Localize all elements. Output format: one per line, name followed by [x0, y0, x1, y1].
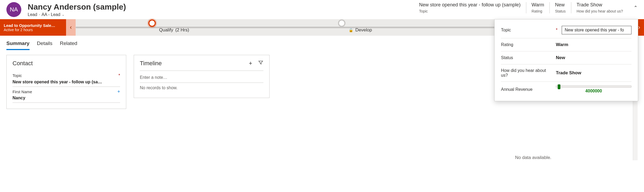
- tab-related[interactable]: Related: [60, 40, 78, 50]
- flyout-label: Status: [501, 55, 552, 60]
- header-field-label: Topic: [419, 9, 520, 13]
- flyout-label: Topic: [501, 28, 511, 32]
- flyout-label: How did you hear about us?: [501, 68, 552, 78]
- recommended-icon: +: [117, 90, 120, 93]
- timeline-card: Timeline + Enter a note… No records to s…: [134, 55, 270, 98]
- tab-details[interactable]: Details: [37, 40, 52, 50]
- form-name: AA - Lead: [42, 12, 60, 17]
- header-field-label: How did you hear about us?: [577, 9, 623, 13]
- avatar: NA: [6, 2, 21, 17]
- revenue-value: 4000000: [556, 89, 631, 93]
- flyout-row-topic: Topic *: [501, 22, 631, 38]
- header-field-label: Status: [555, 9, 566, 13]
- header-field-topic[interactable]: New store opened this year - follow up (…: [419, 2, 526, 13]
- chevron-down-icon[interactable]: ⌄: [62, 13, 64, 17]
- timeline-card-title: Timeline: [140, 60, 162, 67]
- revenue-slider[interactable]: [556, 85, 631, 88]
- bpf-stage-qualify[interactable]: Qualify (2 Hrs): [76, 19, 262, 36]
- field-value[interactable]: New store opened this year - follow up (…: [13, 79, 120, 87]
- required-icon: *: [119, 73, 120, 78]
- flyout-row-rating[interactable]: Rating Warm: [501, 38, 631, 51]
- timeline-empty-text: No records to show.: [140, 83, 263, 93]
- bpf-stage-duration: (2 Hrs): [175, 27, 189, 33]
- right-pane-empty: No data available.: [515, 155, 638, 160]
- flyout-label: Annual Revenue: [501, 87, 552, 92]
- bpf-stage-label: Qualify: [159, 27, 173, 33]
- field-first-name[interactable]: First Name + Nancy: [13, 88, 120, 103]
- field-label: Topic: [13, 73, 22, 78]
- contact-card: Contact Topic * New store opened this ye…: [6, 55, 126, 109]
- field-label: First Name: [13, 89, 32, 94]
- bpf-stage-label: Develop: [355, 27, 372, 33]
- tab-summary[interactable]: Summary: [6, 40, 30, 50]
- bpf-process-info[interactable]: Lead to Opportunity Sale… Active for 2 h…: [0, 19, 66, 36]
- record-header: NA Nancy Anderson (sample) Lead · AA - L…: [0, 0, 644, 19]
- header-field-source[interactable]: Trade Show How did you hear about us?: [571, 2, 628, 13]
- header-fields: New store opened this year - follow up (…: [419, 2, 638, 13]
- bpf-process-name: Lead to Opportunity Sale…: [4, 23, 62, 28]
- flyout-row-source[interactable]: How did you hear about us? Trade Show: [501, 64, 631, 82]
- lock-icon: 🔒: [349, 28, 353, 32]
- bpf-stage-develop[interactable]: 🔒 Develop: [262, 19, 448, 36]
- title-block: Nancy Anderson (sample) Lead · AA - Lead…: [28, 2, 419, 17]
- timeline-note-input[interactable]: Enter a note…: [140, 73, 263, 83]
- bpf-active-duration: Active for 2 hours: [4, 28, 62, 32]
- flyout-topic-input[interactable]: [562, 26, 631, 34]
- bpf-prev-button[interactable]: ‹: [66, 19, 76, 36]
- flyout-label: Rating: [501, 42, 552, 47]
- add-icon[interactable]: +: [249, 60, 252, 67]
- record-subtitle[interactable]: Lead · AA - Lead ⌄: [28, 12, 419, 17]
- header-field-rating[interactable]: Warm Rating: [526, 2, 549, 13]
- record-title: Nancy Anderson (sample): [28, 2, 419, 12]
- entity-label: Lead: [28, 12, 37, 17]
- flyout-value[interactable]: Warm: [556, 42, 631, 47]
- flyout-row-revenue[interactable]: Annual Revenue 4000000: [501, 82, 631, 97]
- flyout-value[interactable]: Trade Show: [556, 70, 631, 76]
- header-fields-flyout: Topic * Rating Warm Status New How did y…: [494, 19, 638, 101]
- header-field-status[interactable]: New Status: [549, 2, 571, 13]
- contact-card-title: Contact: [13, 60, 120, 67]
- bpf-stage-dot-icon: [148, 19, 156, 27]
- required-icon: *: [556, 28, 557, 32]
- field-topic[interactable]: Topic * New store opened this year - fol…: [13, 72, 120, 87]
- flyout-row-status[interactable]: Status New: [501, 51, 631, 64]
- field-value[interactable]: Nancy: [13, 95, 120, 103]
- header-field-label: Rating: [532, 9, 544, 13]
- collapse-header-icon[interactable]: ⌃: [634, 5, 638, 11]
- flyout-value[interactable]: New: [556, 55, 631, 60]
- header-field-value: Trade Show: [577, 2, 623, 8]
- slider-thumb-icon[interactable]: [558, 84, 560, 89]
- header-field-value: Warm: [532, 2, 544, 8]
- bpf-stage-dot-icon: [338, 19, 345, 27]
- filter-icon[interactable]: [258, 60, 263, 67]
- header-field-value: New store opened this year - follow up (…: [419, 2, 520, 8]
- header-field-value: New: [555, 2, 566, 8]
